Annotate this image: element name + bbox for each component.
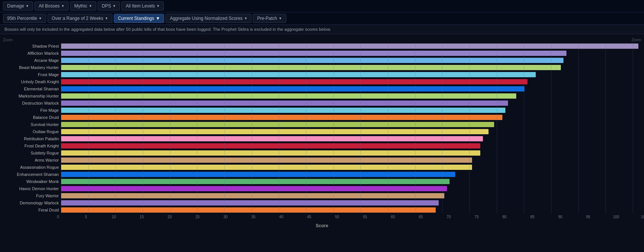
bar-row: Fury Warrior — [0, 192, 644, 199]
x-tick-label: 80 — [502, 215, 507, 219]
bar-track — [61, 165, 644, 170]
bar-row: Havoc Demon Hunter — [0, 185, 644, 192]
bar-track — [61, 86, 644, 92]
bar-label: Beast Mastery Hunter — [3, 65, 61, 70]
bar-row: Destruction Warlock — [0, 100, 644, 106]
chevron-down-icon: ▼ — [156, 4, 160, 8]
bar-row: Demonology Warlock — [0, 200, 644, 206]
bar-track — [61, 193, 644, 198]
bar-fill — [61, 65, 561, 70]
bar-label: Balance Druid — [3, 115, 61, 120]
bar-fill — [61, 179, 450, 184]
bar-label: Havoc Demon Hunter — [3, 186, 61, 191]
x-tick-label: 55 — [363, 215, 367, 219]
bar-track — [61, 79, 644, 84]
bar-label: Fire Mage — [3, 108, 61, 112]
bar-fill — [61, 165, 472, 170]
bar-label: Marksmanship Hunter — [3, 94, 61, 98]
x-tick-label: 60 — [391, 215, 395, 219]
bar-row: Balance Druid — [0, 114, 644, 121]
x-tick-label: 5 — [85, 215, 87, 219]
bar-track — [61, 108, 644, 113]
zoom-left-label: Zoom — [0, 37, 16, 43]
bar-fill — [61, 158, 472, 163]
nav-current-standings[interactable]: Current Standings ▼ — [114, 14, 164, 23]
nav-pre-patch[interactable]: Pre-Patch ▼ — [253, 14, 286, 23]
nav-item-levels[interactable]: All Item Levels ▼ — [121, 2, 164, 10]
bar-row: Survival Hunter — [0, 121, 644, 128]
x-tick-label: 15 — [140, 215, 144, 219]
bar-label: Assassination Rogue — [3, 165, 61, 170]
chevron-down-icon: ▼ — [25, 4, 29, 8]
x-tick-label: 90 — [558, 215, 562, 219]
x-tick-label: 50 — [335, 215, 339, 219]
bar-fill — [61, 207, 436, 213]
bar-fill — [61, 93, 516, 99]
bar-track — [61, 136, 644, 141]
bar-row: Shadow Priest — [0, 43, 644, 50]
bar-fill — [61, 100, 508, 106]
bar-row: Frost Death Knight — [0, 142, 644, 149]
bar-fill — [61, 86, 524, 92]
bar-track — [61, 115, 644, 120]
nav-all-bosses[interactable]: All Bosses ▼ — [34, 2, 69, 10]
bar-label: Arcane Mage — [3, 58, 61, 63]
nav-range[interactable]: Over a Range of 2 Weeks ▼ — [48, 14, 112, 23]
x-tick-label: 10 — [112, 215, 116, 219]
nav-damage[interactable]: Damage ▼ — [3, 2, 33, 10]
nav-mythic[interactable]: Mythic ▼ — [70, 2, 96, 10]
bar-fill — [61, 186, 447, 191]
x-tick-label: 95 — [586, 215, 590, 219]
x-tick-label: 20 — [167, 215, 172, 219]
bar-fill — [61, 44, 638, 49]
x-tick-label: 85 — [530, 215, 535, 219]
bar-row: Assassination Rogue — [0, 164, 644, 171]
bar-row: Windwalker Monk — [0, 178, 644, 185]
bar-label: Destruction Warlock — [3, 101, 61, 105]
bar-fill — [61, 143, 480, 148]
bar-track — [61, 150, 644, 156]
chevron-down-icon: ▼ — [89, 4, 92, 8]
bar-track — [61, 72, 644, 77]
x-tick-label: 45 — [307, 215, 311, 219]
bar-label: Outlaw Rogue — [3, 129, 61, 134]
bar-label: Elemental Shaman — [3, 87, 61, 91]
bar-track — [61, 58, 644, 63]
nav-percentile[interactable]: 95th Percentile ▼ — [3, 14, 46, 23]
bar-label: Arms Warrior — [3, 158, 61, 162]
x-tick-label: 70 — [447, 215, 451, 219]
bar-row: Affliction Warlock — [0, 50, 644, 57]
chevron-down-icon: ▼ — [105, 16, 108, 20]
nav-dps[interactable]: DPS ▼ — [98, 2, 120, 10]
nav-aggregate[interactable]: Aggregate Using Normalized Scores ▼ — [166, 14, 251, 23]
x-tick-label: 0 — [57, 215, 59, 219]
x-tick-label: 30 — [223, 215, 227, 219]
chevron-down-icon: ▼ — [61, 4, 64, 8]
bar-track — [61, 44, 644, 49]
bar-label: Frost Death Knight — [3, 144, 61, 148]
bar-track — [61, 200, 644, 206]
x-tick-label: 35 — [251, 215, 256, 219]
bar-fill — [61, 108, 505, 113]
bar-track — [61, 129, 644, 134]
bar-fill — [61, 79, 527, 84]
bar-row: Beast Mastery Hunter — [0, 64, 644, 71]
bar-track — [61, 186, 644, 191]
bar-row: Fire Mage — [0, 107, 644, 114]
bar-track — [61, 122, 644, 127]
x-tick-label: 100 — [613, 215, 619, 219]
bar-label: Shadow Priest — [3, 44, 61, 48]
bar-row: Elemental Shaman — [0, 86, 644, 92]
chevron-down-icon: ▼ — [156, 16, 160, 21]
x-tick-label: 40 — [279, 215, 283, 219]
x-tick-label: 25 — [196, 215, 200, 219]
x-tick-label: 65 — [419, 215, 423, 219]
bar-fill — [61, 58, 563, 63]
bar-label: Feral Druid — [3, 208, 61, 212]
bar-track — [61, 65, 644, 70]
x-axis: 0510152025303540455055606570758085909510… — [0, 215, 644, 222]
top-nav: Damage ▼ All Bosses ▼ Mythic ▼ DPS ▼ All… — [0, 0, 644, 12]
x-axis-label: Score — [0, 222, 644, 228]
chevron-down-icon: ▼ — [244, 16, 247, 20]
bar-track — [61, 158, 644, 163]
